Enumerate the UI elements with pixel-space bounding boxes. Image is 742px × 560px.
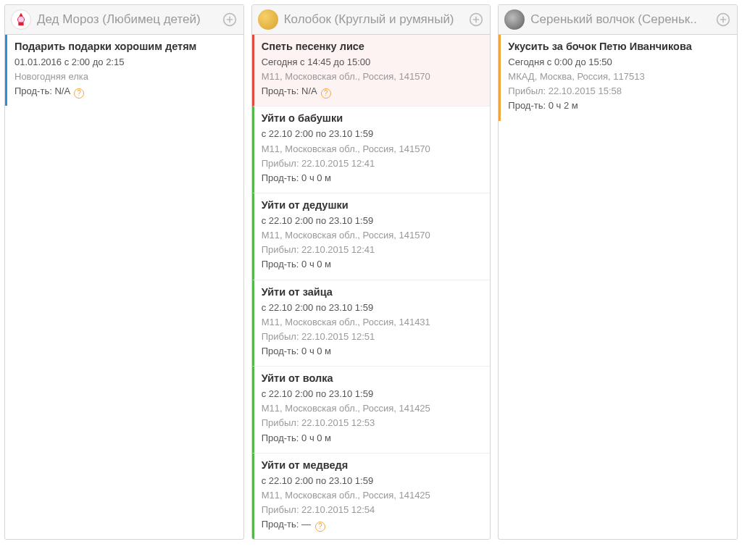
avatar-ded-moroz (11, 9, 31, 30)
task-duration: Прод-ть: 0 ч 0 м (262, 257, 483, 272)
avatar-kolobok (258, 9, 278, 30)
task-title: Уйти о бабушки (262, 112, 483, 124)
task-duration: Прод-ть: N/A ? (262, 84, 483, 99)
task-duration: Прод-ть: — ? (262, 517, 483, 532)
task-location: М11, Московская обл., Россия, 141570 (262, 70, 483, 84)
column-title: Колобок (Круглый и румяный) (284, 12, 463, 27)
task-arrived: Прибыл: 22.10.2015 15:58 (508, 84, 730, 99)
task-duration: Прод-ть: 0 ч 0 м (262, 431, 483, 446)
task-location: МКАД, Москва, Россия, 117513 (508, 70, 730, 84)
task-card[interactable]: Спеть песенку лисе Сегодня с 14:45 до 15… (252, 35, 491, 106)
task-duration: Прод-ть: 0 ч 0 м (262, 344, 483, 359)
task-time: с 22.10 2:00 по 23.10 1:59 (262, 127, 483, 141)
task-duration: Прод-ть: 0 ч 2 м (508, 99, 730, 113)
column-header: Колобок (Круглый и румяный) (252, 5, 491, 35)
add-task-button[interactable] (715, 12, 731, 28)
task-title: Уйти от волка (262, 372, 483, 384)
task-duration: Прод-ть: 0 ч 0 м (262, 171, 483, 185)
task-arrived: Прибыл: 22.10.2015 12:41 (262, 156, 483, 171)
task-location: М11, Московская обл., Россия, 141425 (262, 488, 483, 503)
task-location: М11, Московская обл., Россия, 141431 (262, 315, 483, 330)
column-ded-moroz: Дед Мороз (Любимец детей) Подарить подар… (4, 4, 244, 540)
task-arrived: Прибыл: 22.10.2015 12:41 (262, 243, 483, 257)
column-title: Дед Мороз (Любимец детей) (37, 12, 216, 27)
add-task-button[interactable] (222, 12, 238, 28)
task-arrived: Прибыл: 22.10.2015 12:51 (262, 330, 483, 344)
help-icon[interactable]: ? (321, 88, 331, 99)
task-location: М11, Московская обл., Россия, 141425 (262, 401, 483, 416)
task-card[interactable]: Уйти от зайца с 22.10 2:00 по 23.10 1:59… (252, 280, 491, 367)
svg-point-0 (17, 16, 24, 22)
column-wolf: Серенький волчок (Сереньк.. Укусить за б… (498, 4, 738, 540)
task-card[interactable]: Уйти от дедушки с 22.10 2:00 по 23.10 1:… (252, 193, 491, 280)
task-location: М11, Московская обл., Россия, 141570 (262, 228, 483, 243)
column-header: Дед Мороз (Любимец детей) (5, 5, 243, 35)
task-time: 01.01.2016 с 2:00 до 2:15 (14, 55, 236, 70)
task-list: Укусить за бочок Петю Иванчикова Сегодня… (499, 35, 737, 121)
task-title: Уйти от медведя (262, 459, 483, 471)
avatar-wolf (504, 9, 525, 30)
task-card[interactable]: Уйти от волка с 22.10 2:00 по 23.10 1:59… (252, 367, 491, 454)
task-time: Сегодня с 14:45 до 15:00 (262, 55, 483, 70)
task-card[interactable]: Уйти от медведя с 22.10 2:00 по 23.10 1:… (252, 454, 491, 540)
column-title: Серенький волчок (Сереньк.. (530, 12, 709, 27)
column-header: Серенький волчок (Сереньк.. (499, 5, 737, 35)
task-title: Укусить за бочок Петю Иванчикова (508, 41, 730, 52)
help-icon[interactable]: ? (315, 522, 325, 532)
task-card[interactable]: Подарить подарки хорошим детям 01.01.201… (5, 35, 243, 106)
task-card[interactable]: Уйти о бабушки с 22.10 2:00 по 23.10 1:5… (252, 106, 491, 193)
task-time: с 22.10 2:00 по 23.10 1:59 (262, 387, 483, 401)
task-title: Спеть песенку лисе (262, 41, 483, 52)
task-list: Подарить подарки хорошим детям 01.01.201… (5, 35, 243, 106)
task-title: Уйти от дедушки (262, 199, 483, 211)
task-list: Спеть песенку лисе Сегодня с 14:45 до 15… (252, 35, 491, 539)
svg-rect-1 (18, 22, 23, 26)
task-time: с 22.10 2:00 по 23.10 1:59 (262, 214, 483, 228)
task-arrived: Прибыл: 22.10.2015 12:53 (262, 416, 483, 430)
task-duration: Прод-ть: N/A ? (14, 84, 236, 99)
add-task-button[interactable] (468, 12, 484, 28)
task-time: с 22.10 2:00 по 23.10 1:59 (262, 301, 483, 315)
task-location: М11, Московская обл., Россия, 141570 (262, 142, 483, 156)
task-title: Уйти от зайца (262, 286, 483, 298)
task-location: Новогодняя елка (14, 70, 236, 84)
task-time: Сегодня с 0:00 до 15:50 (508, 55, 730, 70)
task-arrived: Прибыл: 22.10.2015 12:54 (262, 503, 483, 517)
column-kolobok: Колобок (Круглый и румяный) Спеть песенк… (251, 4, 491, 540)
task-card[interactable]: Укусить за бочок Петю Иванчикова Сегодня… (499, 35, 737, 121)
help-icon[interactable]: ? (74, 88, 84, 99)
task-time: с 22.10 2:00 по 23.10 1:59 (262, 474, 483, 488)
task-title: Подарить подарки хорошим детям (14, 41, 236, 52)
